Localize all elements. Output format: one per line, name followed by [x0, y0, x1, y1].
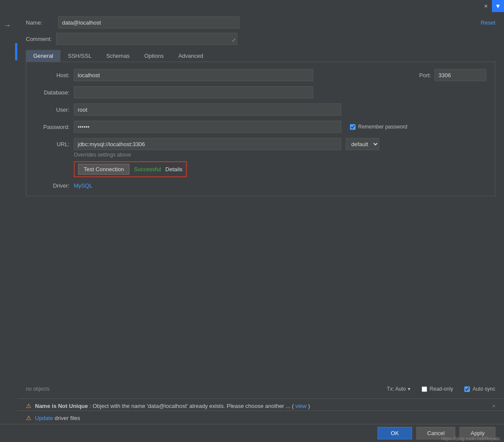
tab-general[interactable]: General [26, 50, 60, 62]
warning-view-link[interactable]: view [295, 403, 306, 409]
warning-mid-1: : Object with the name 'data@localhost' … [89, 403, 293, 409]
status-right: Tx: Auto ▾ Read-only Auto sync [387, 386, 495, 392]
comment-wrapper: ⤢ [56, 33, 237, 45]
driver-row: Driver: MySQL [35, 182, 486, 189]
port-input[interactable] [435, 69, 486, 81]
password-label: Password: [35, 124, 69, 130]
host-input[interactable] [74, 69, 313, 81]
comment-input[interactable] [56, 33, 237, 45]
database-row: Database: [35, 86, 486, 98]
warning-bold-1: Name is Not Unique [35, 403, 88, 409]
comment-row: Comment: ⤢ [26, 33, 495, 45]
title-bar: × ▼ [480, 0, 504, 12]
warning-close-1[interactable]: × [492, 403, 495, 409]
port-group: Port: [419, 69, 486, 81]
database-label: Database: [35, 89, 69, 96]
tx-label: Tx: Auto [387, 386, 406, 392]
tx-group: Tx: Auto ▾ [387, 386, 410, 392]
tx-dropdown-button[interactable]: ▾ [408, 386, 410, 392]
port-label: Port: [419, 72, 431, 78]
tab-advanced[interactable]: Advanced [171, 50, 211, 62]
details-link[interactable]: Details [165, 166, 183, 172]
password-row: Password: Remember password [35, 121, 486, 133]
test-successful-text: Successful [134, 166, 161, 172]
autosync-label: Auto sync [472, 386, 495, 392]
host-label: Host: [35, 72, 69, 78]
nav-arrow-button[interactable]: → [4, 22, 11, 29]
expand-icon[interactable]: ⤢ [232, 38, 236, 43]
url-type-dropdown[interactable]: default [346, 138, 379, 150]
filter-icon[interactable]: ▼ [492, 0, 504, 12]
warning-after-2: driver files [55, 415, 80, 421]
readonly-label: Read-only [430, 386, 454, 392]
password-input[interactable] [74, 121, 341, 133]
url-row: URL: default [35, 138, 486, 150]
driver-label: Driver: [35, 182, 69, 189]
name-label: Name: [26, 19, 54, 26]
user-label: User: [35, 107, 69, 113]
url-input[interactable] [74, 138, 341, 150]
reset-button[interactable]: Reset [481, 19, 495, 26]
ok-button[interactable]: OK [378, 427, 412, 439]
url-label: URL: [35, 141, 69, 147]
host-port-row: Host: Port: [35, 69, 486, 81]
warning-icon-1: ⚠ [26, 402, 32, 409]
readonly-checkbox[interactable] [422, 386, 427, 392]
close-button[interactable]: × [480, 0, 492, 12]
remember-password-group: Remember password [350, 124, 407, 130]
no-objects-text: no objects [26, 386, 50, 392]
update-driver-link[interactable]: Update [35, 415, 53, 421]
tabs: General SSH/SSL Schemas Options Advanced [26, 50, 495, 62]
readonly-group: Read-only [422, 386, 454, 392]
database-input[interactable] [74, 86, 313, 98]
warning-bar-driver: ⚠ Update driver files [17, 411, 504, 425]
tab-schemas[interactable]: Schemas [99, 50, 137, 62]
warning-after-1: ) [308, 403, 310, 409]
overrides-text: Overrides settings above [74, 152, 486, 158]
remember-password-label: Remember password [358, 124, 407, 130]
test-connection-button[interactable]: Test Connection [78, 164, 129, 175]
comment-label: Comment: [26, 36, 52, 42]
user-input[interactable] [74, 103, 341, 116]
autosync-checkbox[interactable] [464, 386, 470, 392]
driver-link[interactable]: MySQL [74, 182, 92, 189]
status-bar: no objects Tx: Auto ▾ Read-only Auto syn… [17, 383, 504, 395]
footer-url: https://blog.csdn.net/Royalic [438, 435, 504, 442]
tab-content-general: Host: Port: Database: User: Password: Re… [26, 62, 495, 196]
name-row: Name: Reset [26, 16, 495, 28]
action-bar: OK Cancel Apply [0, 424, 504, 442]
nav-panel: → [0, 17, 15, 442]
name-input[interactable] [58, 16, 239, 28]
warning-icon-2: ⚠ [26, 414, 32, 421]
remember-password-checkbox[interactable] [350, 124, 356, 130]
tab-ssh-ssl[interactable]: SSH/SSL [60, 50, 99, 62]
warning-text-1: Name is Not Unique : Object with the nam… [35, 403, 310, 409]
main-content: Name: Reset Comment: ⤢ General SSH/SSL S… [17, 12, 504, 442]
tab-options[interactable]: Options [137, 50, 171, 62]
warning-text-2: Update driver files [35, 415, 80, 421]
autosync-group: Auto sync [464, 386, 495, 392]
user-row: User: [35, 103, 486, 116]
test-connection-box: Test Connection Successful Details [74, 161, 187, 177]
